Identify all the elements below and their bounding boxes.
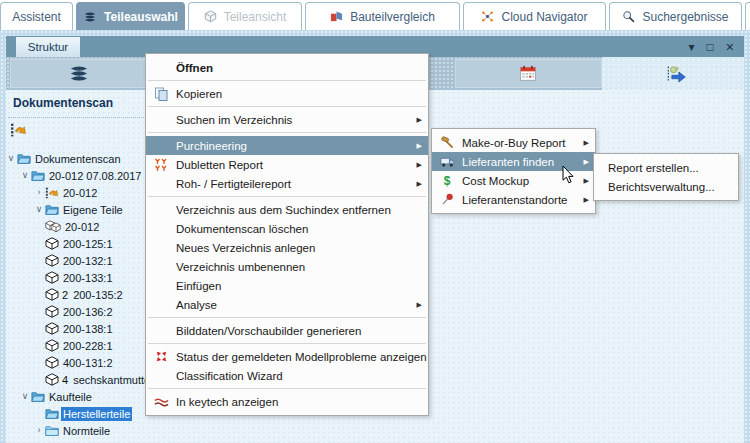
tab-label: Teileauswahl <box>104 10 178 24</box>
tree-item-scan-folder[interactable]: ∨ 20-012 07.08.2017 13 <box>6 167 159 184</box>
menu-separator <box>148 132 426 133</box>
menu-item-kopieren[interactable]: Kopieren <box>146 84 428 103</box>
menu-item-verzeichnis-umbenennen[interactable]: Verzeichnis umbenennen <box>146 257 428 276</box>
cube-icon <box>45 288 59 301</box>
menu-item-verzeichnis-suchindex-entfernen[interactable]: Verzeichnis aus dem Suchindex entfernen <box>146 200 428 219</box>
folder-open-icon <box>17 152 31 165</box>
dollar-icon: $ <box>437 175 457 187</box>
cube-wireframe-icon <box>204 10 217 23</box>
truck-icon <box>437 156 457 168</box>
struktur-pane-tab[interactable]: Struktur <box>16 37 80 57</box>
tab-bauteilvergleich[interactable]: Bauteilvergleich <box>305 2 460 30</box>
chevron-down-icon[interactable]: ∨ <box>20 392 30 401</box>
tree-item-part[interactable]: 20-012 <box>6 218 101 235</box>
tab-label: Bauteilvergleich <box>350 10 435 24</box>
submenu-arrow-icon: ▶ <box>417 301 422 309</box>
menu-item-dokumentenscan-loeschen[interactable]: Dokumentenscan löschen <box>146 219 428 238</box>
tree-item-label: 400-131:2 <box>61 356 115 370</box>
menu-item-dubletten-report[interactable]: Dubletten Report ▶ <box>146 155 428 174</box>
panel-window-controls: ▾ □ × <box>689 36 734 57</box>
tree-item-part[interactable]: 200-125:1 <box>6 235 115 252</box>
tree-item-label: 200-125:1 <box>61 237 115 251</box>
tree-item-eigene-teile[interactable]: ∨ Eigene Teile <box>6 201 125 218</box>
menu-item-report-erstellen[interactable]: Report erstellen... <box>594 158 738 177</box>
tab-label: Suchergebnisse <box>642 10 728 24</box>
tree-item-label: 20-012 07.08.2017 13 <box>47 169 159 183</box>
copy-icon <box>151 87 171 101</box>
tree-item-label: 20-012 <box>61 186 99 200</box>
cube-icon <box>45 339 59 352</box>
tab-assistent[interactable]: Assistent <box>0 2 73 30</box>
folder-open-icon <box>31 169 45 182</box>
main-tab-bar: Assistent Teileauswahl Teileansicht Baut… <box>0 0 750 30</box>
assembly-cubes-icon <box>45 220 61 233</box>
mouse-cursor <box>562 165 574 184</box>
tree-item-part[interactable]: 200-133:1 <box>6 269 115 286</box>
menu-item-einfuegen[interactable]: Einfügen <box>146 276 428 295</box>
keytech-icon <box>151 396 171 408</box>
tab-teileansicht[interactable]: Teileansicht <box>188 2 302 30</box>
tree-item-dokumentenscan[interactable]: ∨ Dokumentenscan <box>6 150 123 167</box>
tree-item-part[interactable]: 200-136:2 <box>6 303 115 320</box>
folder-closed-icon <box>45 424 59 437</box>
menu-item-purchineering[interactable]: Purchineering ▶ <box>146 136 428 155</box>
close-icon[interactable]: × <box>726 40 734 54</box>
tree-item-normteile[interactable]: › Normteile <box>6 422 112 439</box>
chevron-down-icon[interactable]: ∨ <box>34 205 44 214</box>
submenu-arrow-icon: ▶ <box>417 180 422 188</box>
layers-icon <box>83 11 97 23</box>
submenu-arrow-icon: ▶ <box>584 158 589 166</box>
dropdown-caret-icon[interactable]: ▾ <box>689 41 695 53</box>
menu-item-bilddaten-generieren[interactable]: Bilddaten/Vorschaubilder generieren <box>146 321 428 340</box>
tree-item-label-selected: Herstellerteile <box>61 407 132 421</box>
menu-item-classification-wizard[interactable]: Classification Wizard <box>146 366 428 385</box>
menu-item-analyse[interactable]: Analyse ▶ <box>146 295 428 314</box>
tab-cloud-navigator[interactable]: Cloud Navigator <box>463 2 606 30</box>
submenu-item-lieferantenstandorte[interactable]: Lieferantenstandorte ▶ <box>432 190 595 209</box>
tree-item-part[interactable]: 4 sechskantmutter <box>6 371 156 388</box>
tree-item-kaufteile[interactable]: ∨ Kaufteile <box>6 388 94 405</box>
chevron-right-icon[interactable]: › <box>34 188 44 197</box>
chevron-down-icon[interactable]: ∨ <box>20 171 30 180</box>
menu-item-oeffnen[interactable]: Öffnen <box>146 58 428 77</box>
tree-item-label: Normteile <box>61 424 112 438</box>
tree-item-part[interactable]: 200-132:1 <box>6 252 115 269</box>
section-divider <box>8 117 160 118</box>
calendar-icon[interactable] <box>519 64 537 82</box>
tab-partial-next[interactable] <box>745 2 750 30</box>
folder-open-icon <box>45 407 59 420</box>
context-menu: Öffnen Kopieren Suchen im Verzeichnis ▶ … <box>145 53 429 416</box>
tab-suchergebnisse[interactable]: Suchergebnisse <box>609 2 742 30</box>
menu-item-in-keytech-anzeigen[interactable]: In keytech anzeigen <box>146 392 428 411</box>
menu-item-status-modellprobleme[interactable]: Status der gemeldeten Modellprobleme anz… <box>146 347 428 366</box>
chevron-right-icon[interactable]: › <box>34 426 44 435</box>
cube-icon <box>45 305 59 318</box>
tree-item-label: 200-135:2 <box>71 288 125 302</box>
chevron-down-icon[interactable]: ∨ <box>6 154 16 163</box>
maximize-icon[interactable]: □ <box>707 41 714 53</box>
tree-item-label: Eigene Teile <box>61 203 125 217</box>
menu-separator <box>148 80 426 81</box>
submenu-item-make-or-buy-report[interactable]: Make-or-Buy Report ▶ <box>432 133 595 152</box>
menu-item-roh-fertigteilereport[interactable]: Roh- / Fertigteilereport ▶ <box>146 174 428 193</box>
tree-item-part[interactable]: 200-228:1 <box>6 337 115 354</box>
menu-item-berichtsverwaltung[interactable]: Berichtsverwaltung... <box>594 177 738 196</box>
submenu-arrow-icon: ▶ <box>417 116 422 124</box>
export-icon[interactable] <box>666 64 687 83</box>
tree-item-part[interactable]: 400-131:2 <box>6 354 115 371</box>
layers-icon[interactable] <box>68 64 90 83</box>
part-compare-icon <box>330 10 343 23</box>
tree-item-part[interactable]: 2 200-135:2 <box>6 286 125 303</box>
tree-item-label: 20-012 <box>63 220 101 234</box>
cube-icon <box>45 373 59 386</box>
tree-item-herstellerteile[interactable]: Herstellerteile <box>6 405 132 422</box>
tree-item-20-012-import[interactable]: › 20-012 <box>6 184 99 201</box>
tree-item-part[interactable]: 200-138:1 <box>6 320 115 337</box>
menu-item-neues-verzeichnis-anlegen[interactable]: Neues Verzeichnis anlegen <box>146 238 428 257</box>
submenu-arrow-icon: ▶ <box>584 139 589 147</box>
menu-item-suchen-im-verzeichnis[interactable]: Suchen im Verzeichnis ▶ <box>146 110 428 129</box>
scan-import-icon[interactable] <box>10 122 27 137</box>
tab-teileauswahl[interactable]: Teileauswahl <box>76 2 185 30</box>
folder-open-icon <box>45 203 59 216</box>
submenu-arrow-icon: ▶ <box>584 177 589 185</box>
